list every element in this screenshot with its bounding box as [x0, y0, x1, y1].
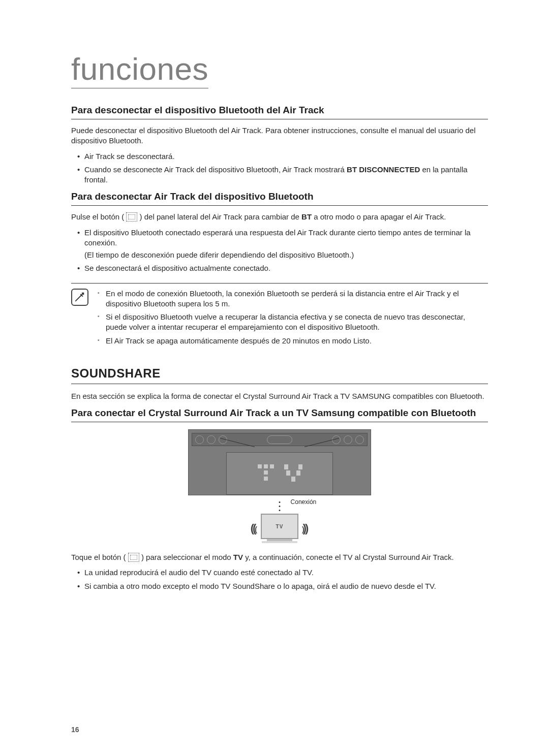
source-button-icon	[128, 553, 139, 562]
signal-icon: (((	[251, 522, 256, 535]
svg-rect-5	[284, 464, 288, 469]
text: Pulse el botón (	[71, 212, 126, 221]
list-item: Si el dispositivo Bluetooth vuelve a rec…	[98, 312, 488, 333]
signal-icon: (((	[303, 522, 309, 535]
page-title: funciones	[71, 51, 208, 88]
bullet-list: El dispositivo Bluetooth conectado esper…	[71, 228, 488, 248]
text: Cuando se desconecte Air Track del dispo…	[84, 165, 347, 174]
paragraph: En esta sección se explica la forma de c…	[71, 391, 488, 401]
text: Toque el botón (	[71, 553, 128, 561]
svg-rect-9	[291, 477, 295, 482]
page-number: 16	[71, 726, 79, 734]
heading-disconnect-airtrack: Para desconectar Air Track del dispositi…	[71, 191, 488, 206]
svg-rect-0	[258, 464, 262, 468]
heading-connect-tv: Para conectar el Crystal Surround Air Tr…	[71, 407, 488, 422]
bullet-list: Air Track se desconectará. Cuando se des…	[71, 151, 488, 185]
list-item: La unidad reproducirá el audio del TV cu…	[77, 568, 488, 578]
svg-rect-2	[270, 464, 274, 468]
text: ) para seleccionar el modo	[139, 553, 233, 561]
bold-text: BT DISCONNECTED	[347, 165, 420, 174]
tv-icon: TV	[261, 514, 298, 539]
list-item: En el modo de conexión Bluetooth, la con…	[98, 289, 488, 309]
source-button-icon	[126, 212, 137, 222]
list-item: El dispositivo Bluetooth conectado esper…	[77, 228, 488, 248]
svg-rect-4	[264, 477, 268, 481]
bold-text: BT	[301, 212, 312, 221]
text: y, a continuación, conecte el TV al Crys…	[243, 553, 454, 561]
heading-disconnect-device: Para desconectar el dispositivo Bluetoot…	[71, 105, 488, 119]
list-item: Se desconectará el dispositivo actualmen…	[77, 263, 488, 273]
connection-label: Conexión	[291, 498, 317, 506]
sub-paragraph: (El tiempo de desconexión puede diferir …	[71, 250, 488, 260]
bullet-list: Se desconectará el dispositivo actualmen…	[71, 263, 488, 273]
svg-rect-6	[298, 464, 302, 469]
list-item: Si cambia a otro modo excepto el modo TV…	[77, 581, 488, 591]
section-title-soundshare: SOUNDSHARE	[71, 366, 488, 384]
note-list: En el modo de conexión Bluetooth, la con…	[98, 289, 488, 349]
bold-text: TV	[233, 553, 243, 561]
text: ) del panel lateral del Air Track para c…	[137, 212, 301, 221]
list-item: Air Track se desconectará.	[77, 151, 488, 162]
list-item: Cuando se desconecte Air Track del dispo…	[77, 165, 488, 185]
svg-rect-3	[264, 470, 268, 475]
note-icon	[71, 289, 88, 306]
svg-rect-8	[296, 470, 300, 476]
paragraph: Pulse el botón ( ) del panel lateral del…	[71, 212, 488, 222]
note-block: En el modo de conexión Bluetooth, la con…	[71, 283, 488, 349]
bullet-list: La unidad reproducirá el audio del TV cu…	[71, 568, 488, 591]
svg-rect-1	[264, 464, 268, 468]
svg-rect-7	[286, 470, 290, 476]
text: a otro modo o para apagar el Air Track.	[312, 212, 446, 221]
connection-diagram: Conexión ((( TV (((	[71, 429, 488, 543]
paragraph: Toque el botón ( ) para seleccionar el m…	[71, 552, 488, 562]
intro-paragraph: Puede desconectar el dispositivo Bluetoo…	[71, 125, 488, 146]
list-item: El Air Track se apaga automáticamente de…	[98, 336, 488, 346]
